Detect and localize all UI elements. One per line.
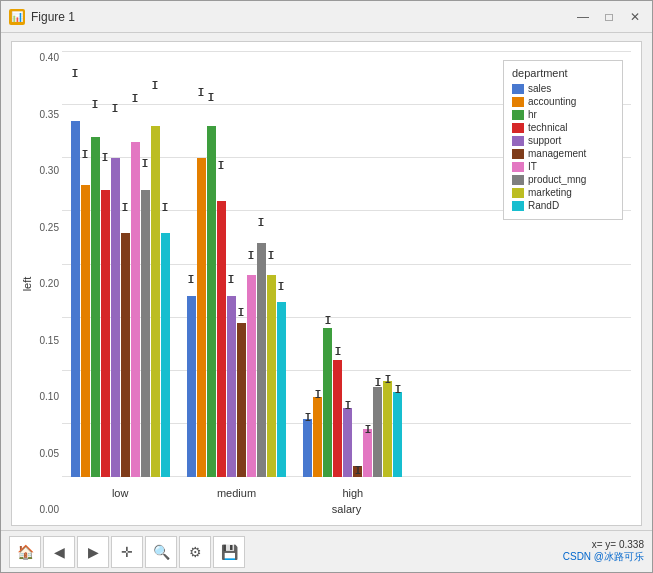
error-bar — [387, 375, 388, 383]
configure-button[interactable]: ⚙ — [179, 536, 211, 568]
error-bar — [251, 251, 252, 259]
legend-color-swatch — [512, 188, 524, 198]
bar-group — [295, 52, 411, 477]
error-cap-bottom — [123, 210, 128, 211]
error-bar — [377, 378, 378, 386]
x-labels: lowmediumhigh — [62, 487, 411, 499]
chart-container: left 0.000.050.100.150.200.250.300.350.4… — [11, 41, 642, 526]
back-button[interactable]: ◀ — [43, 536, 75, 568]
bar — [161, 233, 170, 477]
error-cap-bottom — [375, 385, 380, 386]
bar-wrapper — [71, 52, 80, 477]
minimize-button[interactable]: — — [574, 8, 592, 26]
legend-item: IT — [512, 161, 614, 172]
legend-item-label: marketing — [528, 187, 572, 198]
error-bar — [337, 347, 338, 355]
bar-wrapper — [207, 52, 216, 477]
coordinates-status: x= y= 0.338 — [592, 539, 644, 550]
bar — [111, 158, 120, 477]
bar — [141, 190, 150, 477]
legend-item: support — [512, 135, 614, 146]
error-cap-bottom — [219, 168, 224, 169]
bar-wrapper — [343, 52, 352, 477]
bar-wrapper — [161, 52, 170, 477]
error-bar — [347, 401, 348, 409]
error-cap-bottom — [365, 432, 370, 433]
error-bar — [135, 94, 136, 102]
legend-item: RandD — [512, 200, 614, 211]
legend-item-label: accounting — [528, 96, 576, 107]
error-bar — [211, 93, 212, 101]
error-cap-bottom — [133, 101, 138, 102]
bar — [247, 275, 256, 477]
error-cap-bottom — [249, 258, 254, 259]
error-bar — [115, 104, 116, 112]
error-cap-bottom — [345, 408, 350, 409]
error-cap-bottom — [305, 420, 310, 421]
zoom-button[interactable]: 🔍 — [145, 536, 177, 568]
error-bar — [241, 308, 242, 316]
y-tick: 0.30 — [24, 165, 59, 176]
legend-item-label: hr — [528, 109, 537, 120]
bar — [207, 126, 216, 477]
x-label: low — [62, 487, 178, 499]
legend-title: department — [512, 67, 614, 79]
window-controls: — □ ✕ — [574, 8, 644, 26]
toolbar: 🏠 ◀ ▶ ✛ 🔍 ⚙ 💾 x= y= 0.338 CSDN @冰路可乐 — [1, 530, 652, 572]
bar — [267, 275, 276, 477]
bar — [187, 296, 196, 477]
bar-wrapper — [257, 52, 266, 477]
forward-button[interactable]: ▶ — [77, 536, 109, 568]
error-bar — [307, 413, 308, 421]
bar-wrapper — [151, 52, 160, 477]
chart-area: left 0.000.050.100.150.200.250.300.350.4… — [1, 33, 652, 530]
toolbar-buttons: 🏠 ◀ ▶ ✛ 🔍 ⚙ 💾 — [9, 536, 245, 568]
bar-wrapper — [111, 52, 120, 477]
error-cap-bottom — [395, 392, 400, 393]
bar-wrapper — [383, 52, 392, 477]
bar — [217, 201, 226, 477]
bar — [71, 121, 80, 477]
error-bar — [165, 203, 166, 211]
error-cap-bottom — [239, 315, 244, 316]
y-tick: 0.35 — [24, 109, 59, 120]
error-bar — [357, 466, 358, 474]
bar — [257, 243, 266, 477]
pan-button[interactable]: ✛ — [111, 536, 143, 568]
y-tick: 0.40 — [24, 52, 59, 63]
legend-item-label: technical — [528, 122, 567, 133]
bar-wrapper — [373, 52, 382, 477]
chart-inner: 0.000.050.100.150.200.250.300.350.40 — [62, 52, 631, 515]
bar-wrapper — [303, 52, 312, 477]
title-bar: 📊 Figure 1 — □ ✕ — [1, 1, 652, 33]
error-bar — [201, 88, 202, 96]
error-bar — [95, 100, 96, 108]
error-bar — [75, 69, 76, 77]
error-cap-bottom — [355, 473, 360, 474]
legend-item: hr — [512, 109, 614, 120]
close-button[interactable]: ✕ — [626, 8, 644, 26]
bar-wrapper — [187, 52, 196, 477]
maximize-button[interactable]: □ — [600, 8, 618, 26]
bar-wrapper — [363, 52, 372, 477]
legend-color-swatch — [512, 123, 524, 133]
save-button[interactable]: 💾 — [213, 536, 245, 568]
y-tick: 0.15 — [24, 335, 59, 346]
bar — [81, 185, 90, 477]
y-tick: 0.00 — [24, 504, 59, 515]
legend-item: accounting — [512, 96, 614, 107]
bar-wrapper — [267, 52, 276, 477]
error-cap-bottom — [259, 225, 264, 226]
legend-item: marketing — [512, 187, 614, 198]
legend-item-label: management — [528, 148, 586, 159]
bar-wrapper — [101, 52, 110, 477]
error-bar — [85, 150, 86, 158]
error-cap-bottom — [199, 95, 204, 96]
legend-item: product_mng — [512, 174, 614, 185]
error-bar — [327, 316, 328, 324]
error-bar — [125, 203, 126, 211]
bar — [353, 466, 362, 477]
home-button[interactable]: 🏠 — [9, 536, 41, 568]
error-cap-bottom — [93, 107, 98, 108]
bar — [383, 381, 392, 477]
